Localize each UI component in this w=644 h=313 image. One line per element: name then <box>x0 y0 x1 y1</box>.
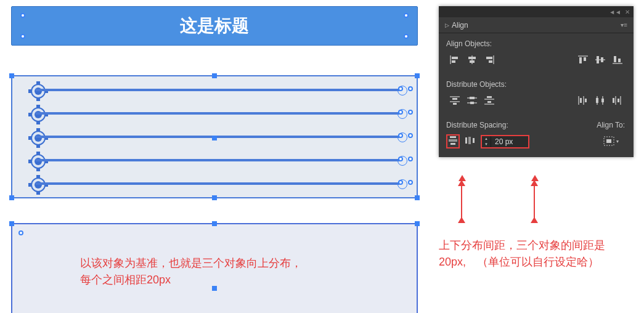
panel-menu-icon[interactable]: ▾≡ <box>621 22 627 28</box>
svg-rect-40 <box>618 99 619 102</box>
svg-rect-38 <box>613 98 614 103</box>
list-bullet <box>31 177 46 192</box>
align-left-icon[interactable] <box>446 53 463 67</box>
stepper-up-icon[interactable]: ▲ <box>482 136 491 142</box>
distribute-spacing-label: Distribute Spacing: <box>439 115 597 133</box>
distribute-top-icon[interactable] <box>446 94 463 107</box>
align-bottom-icon[interactable] <box>609 53 626 67</box>
list-item <box>36 112 399 115</box>
align-to-label: Align To: <box>597 121 625 129</box>
distribute-right-icon[interactable] <box>609 94 626 107</box>
panel-tab-bar: ▷ Align ▾≡ <box>439 17 634 33</box>
svg-rect-16 <box>614 56 616 62</box>
align-hcenter-icon[interactable] <box>463 53 481 67</box>
tab-align[interactable]: ▷ Align <box>445 21 468 30</box>
align-vcenter-icon[interactable] <box>592 53 609 67</box>
distribute-objects-row <box>439 92 634 115</box>
horizontal-distribute-space-icon[interactable] <box>465 136 476 147</box>
svg-rect-26 <box>487 96 492 98</box>
collapse-icon[interactable]: ◄◄ <box>609 9 621 15</box>
svg-rect-25 <box>470 102 474 104</box>
list-bullet <box>31 107 46 122</box>
svg-rect-8 <box>489 60 492 63</box>
svg-rect-46 <box>465 137 467 144</box>
align-top-icon[interactable] <box>574 53 592 67</box>
panel-titlebar[interactable]: ◄◄ ✕ <box>439 6 634 17</box>
list-item <box>36 182 399 185</box>
annotation-arrow <box>461 185 462 222</box>
svg-rect-5 <box>470 60 475 63</box>
align-right-icon[interactable] <box>481 53 498 67</box>
align-to-selection-icon[interactable]: ▾ <box>603 134 619 148</box>
stepper-down-icon[interactable]: ▼ <box>482 142 491 147</box>
svg-rect-14 <box>601 57 603 62</box>
tab-label: Align <box>452 21 468 30</box>
list-item <box>36 89 399 91</box>
svg-rect-2 <box>452 60 455 63</box>
close-icon[interactable]: ✕ <box>625 9 630 15</box>
svg-rect-35 <box>596 98 598 103</box>
list-item <box>36 136 399 138</box>
svg-rect-10 <box>579 57 582 63</box>
align-panel: ◄◄ ✕ ▷ Align ▾≡ Align Objects: Distribut… <box>439 6 634 157</box>
spacing-value-field[interactable]: ▲▼ <box>481 135 529 148</box>
list-bullet <box>31 154 46 169</box>
list-item <box>36 159 399 161</box>
annotation-arrow <box>534 185 535 222</box>
spacing-input[interactable] <box>491 137 528 146</box>
svg-rect-23 <box>470 97 475 99</box>
distribute-left-icon[interactable] <box>574 94 592 107</box>
vertical-distribute-space-icon[interactable] <box>446 134 460 148</box>
svg-rect-33 <box>585 99 587 102</box>
list-selection-group[interactable] <box>11 75 418 198</box>
svg-rect-13 <box>597 56 599 63</box>
svg-rect-42 <box>450 136 456 138</box>
svg-rect-19 <box>452 98 457 100</box>
title-text: 这是标题 <box>180 14 249 38</box>
distribute-spacing-row: ▲▼ <box>439 133 597 157</box>
disclosure-icon: ▷ <box>445 22 449 28</box>
svg-rect-51 <box>606 139 611 143</box>
svg-rect-11 <box>584 57 586 61</box>
title-capsule[interactable]: 这是标题 <box>11 6 418 46</box>
svg-rect-21 <box>453 103 457 105</box>
svg-rect-28 <box>487 101 491 103</box>
canvas-annotation: 以该对象为基准，也就是三个对象向上分布， 每个之间相距20px <box>80 255 302 288</box>
list-bullet <box>31 84 46 99</box>
svg-rect-45 <box>450 143 455 145</box>
svg-rect-1 <box>452 57 458 59</box>
distribute-vcenter-icon[interactable] <box>463 94 481 107</box>
distribute-objects-label: Distribute Objects: <box>439 74 634 92</box>
align-objects-label: Align Objects: <box>439 33 634 52</box>
svg-rect-7 <box>486 57 492 59</box>
distribute-hcenter-icon[interactable] <box>592 94 609 107</box>
panel-annotation: 上下分布间距，三个对象的间距是 20px, （单位可以自行设定哈） <box>439 237 636 270</box>
svg-rect-4 <box>468 57 476 59</box>
distribute-bottom-icon[interactable] <box>481 94 498 107</box>
canvas-area: 这是标题 以该对象为基准，也就是三个对象向上分布， 每个之间相距20px <box>11 6 421 313</box>
list-bullet <box>31 131 46 145</box>
svg-rect-37 <box>601 99 604 102</box>
svg-rect-17 <box>618 59 621 62</box>
svg-rect-31 <box>580 98 582 103</box>
svg-rect-49 <box>473 138 475 143</box>
content-block[interactable]: 以该对象为基准，也就是三个对象向上分布， 每个之间相距20px <box>11 223 418 313</box>
align-objects-row <box>439 52 634 74</box>
